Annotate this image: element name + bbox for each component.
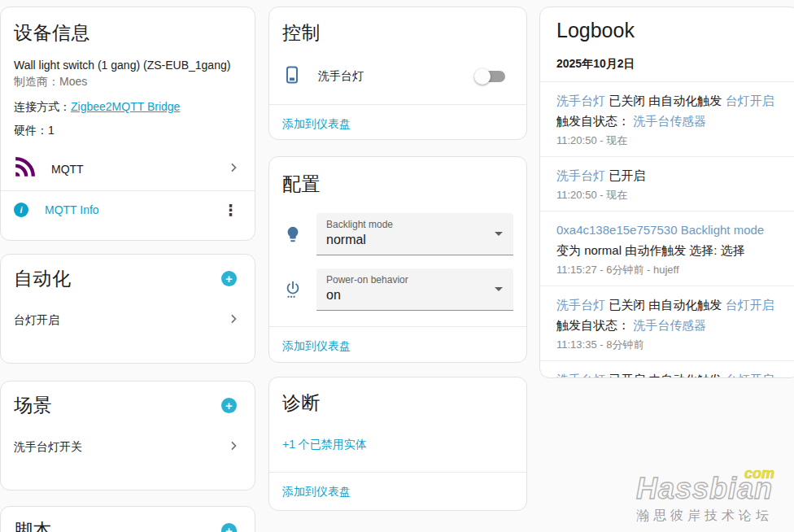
sensor-link[interactable]: 洗手台传感器 <box>633 114 706 128</box>
select-value: normal <box>326 233 504 247</box>
select-value: on <box>326 288 504 303</box>
scripts-card: 脚本 + <box>0 506 255 532</box>
logbook-entry: 洗手台灯 已开启 由自动化触发 台灯开启 触发自状态： 洗手台传感器 11:13… <box>540 361 794 378</box>
entity-link[interactable]: 洗手台灯 <box>556 373 605 378</box>
power-settings-icon <box>282 281 303 299</box>
backlight-mode-row: Backlight mode normal <box>282 213 513 255</box>
entity-link[interactable]: 洗手台灯 <box>556 168 605 182</box>
select-label: Backlight mode <box>326 219 504 230</box>
logbook-card: Logbook 2025年10月2日 洗手台灯 已关闭 由自动化触发 台灯开启 … <box>539 7 794 378</box>
info-icon: i <box>14 203 28 217</box>
entity-link[interactable]: 洗手台灯 <box>556 94 605 107</box>
logbook-text: 已开启 由自动化触发 <box>605 373 726 378</box>
device-manufacturer: 制造商：Moes <box>14 73 242 89</box>
scenes-card: 场景 + 洗手台灯开关 <box>0 381 255 491</box>
device-info-card: 设备信息 Wall light switch (1 gang) (ZS-EUB_… <box>0 7 255 241</box>
scene-item[interactable]: 洗手台灯开关 <box>14 438 242 457</box>
logbook-time: 11:20:50 - 现在 <box>556 133 778 148</box>
mqtt-icon <box>14 157 35 181</box>
dropdown-caret-icon <box>495 232 503 236</box>
diagnostics-title: 诊断 <box>282 390 513 416</box>
entity-link[interactable]: 0xa4c138e15e757530 Backlight mode <box>556 223 764 237</box>
sensor-link[interactable]: 洗手台传感器 <box>633 318 706 332</box>
chevron-right-icon <box>225 159 242 179</box>
more-options-icon[interactable]: ⋮ <box>220 201 242 220</box>
scene-item-label: 洗手台灯开关 <box>14 440 225 455</box>
device-hardware: 硬件：1 <box>14 124 242 138</box>
logbook-time: 11:15:27 - 6分钟前 - hujeff <box>556 263 778 277</box>
logbook-text: 触发自状态： <box>556 318 633 332</box>
lightbulb-icon <box>282 225 303 243</box>
light-entity-row: 洗手台灯 <box>282 60 513 93</box>
config-title: 配置 <box>282 172 513 197</box>
backlight-mode-select[interactable]: Backlight mode normal <box>316 213 513 255</box>
mqtt-row-label: MQTT <box>51 163 225 176</box>
logbook-text: 变为 normal 由动作触发 选择: 选择 <box>556 243 745 257</box>
zigbee2mqtt-bridge-link[interactable]: Zigbee2MQTT Bridge <box>71 100 180 113</box>
logbook-text: 触发自状态： <box>556 114 633 128</box>
device-connection: 连接方式：Zigbee2MQTT Bridge <box>14 100 242 115</box>
watermark-site-name: 瀚思彼岸技术论坛 <box>636 508 773 525</box>
controls-title: 控制 <box>282 20 513 46</box>
logbook-title: Logbook <box>556 19 786 42</box>
automation-link[interactable]: 台灯开启 <box>726 94 774 107</box>
device-page: 设备信息 Wall light switch (1 gang) (ZS-EUB_… <box>0 0 794 532</box>
automation-item[interactable]: 台灯开启 <box>14 311 242 330</box>
dropdown-caret-icon <box>495 287 503 291</box>
power-on-behavior-select[interactable]: Power-on behavior on <box>316 268 513 311</box>
chevron-right-icon <box>225 311 242 330</box>
config-card: 配置 Backlight mode normal <box>268 156 527 363</box>
automations-card: 自动化 + 台灯开启 <box>0 254 255 364</box>
disabled-entities-link[interactable]: +1 个已禁用实体 <box>282 438 367 451</box>
add-automation-button[interactable]: + <box>221 271 237 286</box>
scenes-title: 场景 <box>14 393 52 418</box>
logbook-text: 已关闭 由自动化触发 <box>605 298 726 312</box>
device-info-title: 设备信息 <box>14 20 242 46</box>
logbook-date: 2025年10月2日 <box>556 57 786 81</box>
automation-link[interactable]: 台灯开启 <box>726 373 774 378</box>
automations-title: 自动化 <box>14 266 72 291</box>
automation-item-label: 台灯开启 <box>14 313 225 328</box>
add-script-button[interactable]: + <box>221 523 237 532</box>
add-to-dashboard-link[interactable]: 添加到仪表盘 <box>282 485 351 498</box>
entity-name: 洗手台灯 <box>318 69 474 84</box>
logbook-time: 11:13:35 - 8分钟前 <box>556 338 778 352</box>
chevron-right-icon <box>225 438 242 457</box>
add-to-dashboard-link[interactable]: 添加到仪表盘 <box>282 117 351 130</box>
mqtt-info-label: MQTT Info <box>45 203 220 216</box>
connection-label: 连接方式： <box>14 100 71 113</box>
automation-link[interactable]: 台灯开启 <box>726 298 774 312</box>
scripts-title: 脚本 <box>14 518 52 532</box>
logbook-entry: 0xa4c138e15e757530 Backlight mode 变为 nor… <box>540 211 794 286</box>
controls-card: 控制 洗手台灯 添加到仪表盘 <box>268 7 527 140</box>
watermark: Hassbian com 瀚思彼岸技术论坛 <box>636 475 773 525</box>
entity-link[interactable]: 洗手台灯 <box>556 298 605 312</box>
select-label: Power-on behavior <box>326 274 504 286</box>
mqtt-integration-row[interactable]: MQTT <box>14 151 242 187</box>
watermark-tld: com <box>744 465 774 482</box>
device-model: Wall light switch (1 gang) (ZS-EUB_1gang… <box>14 57 242 73</box>
logbook-entry: 洗手台灯 已关闭 由自动化触发 台灯开启 触发自状态： 洗手台传感器 11:13… <box>540 286 794 361</box>
add-scene-button[interactable]: + <box>221 398 237 413</box>
light-switch-icon <box>282 65 302 88</box>
add-to-dashboard-link[interactable]: 添加到仪表盘 <box>282 339 351 352</box>
mqtt-info-row[interactable]: i MQTT Info ⋮ <box>14 191 242 229</box>
entity-toggle-off[interactable] <box>474 68 507 85</box>
logbook-entry: 洗手台灯 已开启 11:20:50 - 现在 <box>540 157 794 211</box>
logbook-text: 已开启 <box>605 168 645 182</box>
logbook-entry: 洗手台灯 已关闭 由自动化触发 台灯开启 触发自状态： 洗手台传感器 11:20… <box>540 82 794 157</box>
logbook-text: 已关闭 由自动化触发 <box>605 94 726 107</box>
logbook-time: 11:20:50 - 现在 <box>556 188 778 203</box>
diagnostics-card: 诊断 +1 个已禁用实体 添加到仪表盘 <box>268 377 527 511</box>
power-on-behavior-row: Power-on behavior on <box>282 268 513 311</box>
